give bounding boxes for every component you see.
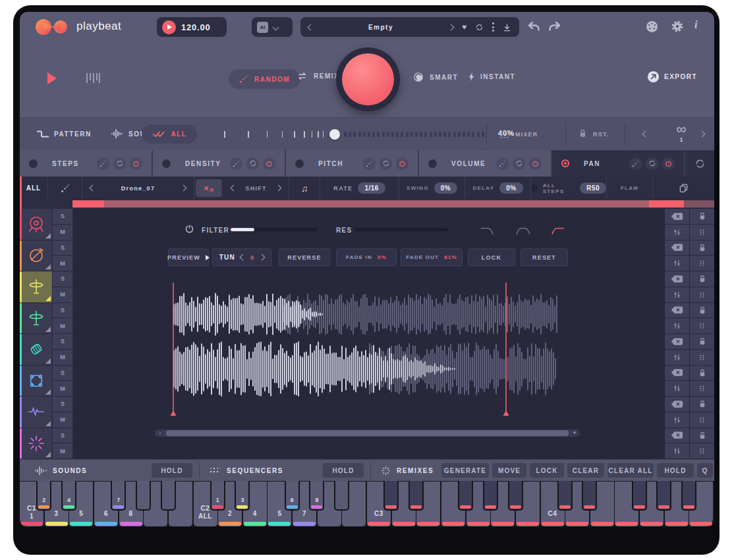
sync-all-button[interactable]: [685, 150, 714, 177]
track-kick[interactable]: [20, 209, 52, 240]
zoom-out-button[interactable]: -: [155, 430, 165, 437]
black-key[interactable]: 1: [210, 481, 225, 511]
zoom-in-button[interactable]: +: [569, 430, 580, 437]
bpm-value[interactable]: 120.00: [181, 22, 211, 32]
delay-value[interactable]: 0%: [499, 182, 522, 194]
mute-button[interactable]: M: [52, 412, 72, 428]
black-key[interactable]: [136, 481, 151, 511]
track-faders-button[interactable]: [664, 412, 689, 428]
export-button[interactable]: EXPORT: [647, 70, 697, 83]
mute-button[interactable]: M: [52, 225, 72, 240]
black-key[interactable]: 3: [235, 481, 250, 511]
black-key[interactable]: [582, 481, 597, 511]
tab-pan[interactable]: PAN: [552, 150, 685, 177]
sequencers-hold-button[interactable]: HOLD: [323, 463, 364, 478]
clear-sample-button[interactable]: [664, 334, 689, 350]
preset-prev-icon[interactable]: [308, 24, 314, 30]
waveform-display[interactable]: [72, 271, 664, 423]
multiply-button[interactable]: ×n: [196, 179, 222, 197]
copy-button[interactable]: [653, 177, 714, 200]
mixer-grid-icon[interactable]: [499, 129, 509, 139]
midi-icon[interactable]: [646, 20, 658, 33]
dice-icon[interactable]: [97, 157, 109, 170]
swing-value[interactable]: 0%: [434, 182, 457, 194]
preview-button[interactable]: PREVIEW: [168, 248, 209, 266]
note-mode-button[interactable]: ♫: [289, 177, 320, 200]
track-lock-button[interactable]: [689, 334, 714, 350]
solo-button[interactable]: S: [52, 334, 72, 350]
remix-generate-button[interactable]: GENERATE: [441, 463, 489, 478]
track-drag-handle[interactable]: [689, 318, 714, 334]
mute-button[interactable]: M: [52, 318, 72, 334]
track-lock-button[interactable]: [689, 209, 714, 225]
sync-icon[interactable]: [475, 23, 484, 32]
tune-up-icon[interactable]: [259, 254, 266, 261]
filter-power-icon[interactable]: [184, 224, 194, 234]
undo-icon[interactable]: [527, 21, 540, 32]
track-hihat-open[interactable]: [20, 303, 52, 335]
tab-pitch[interactable]: PITCH: [286, 150, 419, 177]
loop-end-handle[interactable]: [649, 200, 684, 208]
tab-density[interactable]: DENSITY: [153, 150, 286, 177]
ai-dropdown[interactable]: AI: [252, 17, 293, 37]
tab-volume[interactable]: VOLUME: [419, 150, 552, 177]
rate-control[interactable]: RATE 1/16: [320, 177, 399, 200]
lock-sample-button[interactable]: LOCK: [468, 248, 515, 266]
track-corner-handle[interactable]: [45, 233, 51, 238]
track-lock-button[interactable]: [689, 303, 714, 319]
mute-button[interactable]: M: [52, 287, 72, 303]
track-corner-handle[interactable]: [45, 296, 51, 301]
track-drag-handle[interactable]: [689, 381, 714, 397]
track-corner-handle[interactable]: [45, 421, 51, 426]
loop-start-handle[interactable]: [72, 200, 104, 208]
highpass-icon[interactable]: [550, 226, 565, 235]
solo-button[interactable]: S: [52, 240, 72, 256]
mute-button[interactable]: M: [52, 443, 72, 459]
shift-right-icon[interactable]: [275, 185, 282, 192]
pattern-icon[interactable]: [36, 130, 49, 138]
power-icon[interactable]: [263, 157, 275, 170]
dice-icon[interactable]: [363, 157, 376, 170]
solo-button[interactable]: S: [52, 209, 72, 225]
clear-sample-button[interactable]: [664, 271, 689, 287]
cycle-next-icon[interactable]: [699, 131, 706, 138]
tab-radio-icon[interactable]: [295, 159, 304, 168]
randomize-sample-button[interactable]: [48, 177, 82, 200]
sample-name[interactable]: Drone_07: [121, 185, 155, 192]
cycle-length[interactable]: ∞ 1: [668, 122, 694, 143]
mute-button[interactable]: M: [52, 350, 72, 366]
sample-next-icon[interactable]: [181, 185, 187, 192]
cycle-icon[interactable]: [113, 157, 126, 170]
filter-slider[interactable]: [231, 228, 318, 231]
reset-label[interactable]: RST.: [593, 131, 609, 138]
all-steps-control[interactable]: ALL STEPS R50: [531, 177, 607, 200]
redo-icon[interactable]: [548, 21, 561, 32]
cycle-icon[interactable]: [380, 157, 392, 170]
black-key[interactable]: [632, 481, 647, 511]
rate-value[interactable]: 1/16: [358, 182, 385, 194]
solo-button[interactable]: S: [52, 366, 72, 381]
remix-button[interactable]: REMIX: [296, 72, 339, 80]
clear-sample-button[interactable]: [664, 303, 689, 319]
clear-sample-button[interactable]: [664, 397, 689, 412]
track-hihat-closed[interactable]: [20, 271, 52, 303]
all-steps-dot[interactable]: [531, 184, 538, 192]
track-faders-button[interactable]: [664, 381, 689, 397]
delay-control[interactable]: DELAY 0%: [465, 177, 531, 200]
sounds-icon[interactable]: [111, 128, 124, 140]
gear-icon[interactable]: [671, 20, 684, 33]
black-key[interactable]: [383, 481, 399, 511]
clear-sample-button[interactable]: [664, 428, 689, 444]
dice-icon[interactable]: [496, 157, 509, 170]
tab-radio-icon[interactable]: [428, 159, 437, 168]
track-fx[interactable]: [20, 428, 52, 460]
remix-q-button[interactable]: Q: [697, 463, 713, 478]
flam-button[interactable]: FLAM: [607, 177, 653, 200]
remix-clear-all-button[interactable]: CLEAR ALL: [607, 463, 654, 478]
track-drag-handle[interactable]: [689, 412, 714, 428]
tab-radio-icon[interactable]: [29, 159, 38, 168]
more-options-icon[interactable]: [492, 22, 494, 32]
power-icon[interactable]: [529, 157, 542, 170]
track-lock-button[interactable]: [689, 240, 714, 256]
cycle-icon[interactable]: [513, 157, 525, 170]
